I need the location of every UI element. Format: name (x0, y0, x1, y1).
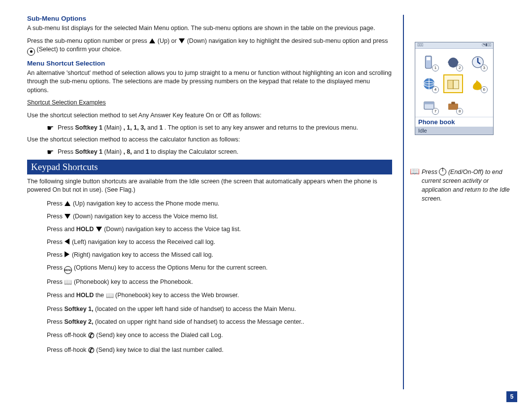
text: (located on the upper left hand side of … (95, 306, 296, 312)
left-arrow-icon (65, 239, 69, 244)
pointing-hand-icon: ☛ (47, 124, 58, 133)
note-book-icon: 📖 (410, 168, 420, 204)
phone-softkey-bar: Idle (415, 127, 493, 135)
text: 1 (159, 124, 163, 131)
badge: 4 (432, 86, 439, 93)
text: Idle (418, 128, 427, 134)
phone-screenshot: ▯▯▯◔▮▯▯ 1 2 3 (415, 42, 494, 135)
side-note: 📖 Press (End/On-Off) to end current scre… (410, 168, 517, 204)
text: (Down) navigation key to access the Voic… (73, 213, 218, 220)
text: Press (47, 278, 64, 285)
text: Press and (47, 292, 76, 299)
text: (Main) (104, 148, 122, 155)
text: Press the sub-menu option number or pres… (27, 37, 149, 44)
section-band-keypad: Keypad Shortcuts (27, 160, 392, 174)
text: , 1, 1, 3, (123, 124, 145, 131)
text: Press (47, 306, 64, 312)
text: (Down) navigation key to highlight the d… (187, 37, 388, 44)
text: Press Softkey 1 (Main) , 1, 1, 3, and 1 … (58, 124, 392, 133)
text: 1 (146, 148, 149, 155)
right-arrow-icon (65, 251, 69, 257)
svg-rect-7 (424, 102, 434, 104)
text: Softkey 1 (75, 124, 102, 131)
keypad-intro: The following single button shortcuts ar… (27, 177, 392, 195)
text: , 8, (123, 148, 132, 155)
text: Press (47, 318, 64, 325)
phone-menu-item: 7 (419, 96, 439, 115)
badge: 1 (432, 65, 439, 71)
svg-rect-1 (427, 57, 431, 60)
text: Press (End/On-Off) to end current screen… (422, 168, 517, 204)
text: (Left) navigation key to access the Rece… (72, 239, 215, 245)
text: Softkey 1 (75, 148, 102, 155)
phone-selection-label: Phone book (415, 117, 493, 127)
phone-menu-item: 6 (468, 74, 488, 93)
phone-menu-item: 8 (443, 96, 463, 115)
badge: 2 (456, 65, 463, 71)
heading-shortcut: Menu Shortcut Selection (27, 60, 392, 67)
phone-status-bar: ▯▯▯◔▮▯▯ (415, 42, 493, 49)
shortcut-p1: An alternative 'shortcut' method of sele… (27, 69, 392, 95)
text: Press (47, 264, 64, 271)
kp-line: Press (Down) navigation key to access th… (47, 211, 392, 221)
keypad-list: Press (Up) navigation key to access the … (27, 199, 392, 357)
text: HOLD (76, 226, 94, 233)
text: Softkey 2, (64, 318, 93, 325)
up-arrow-icon (65, 201, 70, 206)
send-key-icon (88, 346, 95, 353)
kp-line: Press Softkey 1, (located on the upper l… (47, 304, 392, 314)
badge: 7 (432, 108, 439, 115)
text: (Phonebook) key to access the Web browse… (115, 292, 239, 299)
kp-line: Press (Phonebook) key to access the Phon… (47, 277, 392, 288)
badge: 3 (481, 65, 488, 71)
pointing-hand-icon: ☛ (47, 148, 58, 157)
text: Press (47, 239, 64, 245)
select-dot-icon (27, 48, 35, 56)
kp-line: Press (Left) navigation key to access th… (47, 237, 392, 247)
example-2: ☛ Press Softkey 1 (Main) , 8, and 1 to d… (47, 148, 392, 157)
menu-icon: MENU (64, 266, 72, 274)
phone-menu-item: 4 (419, 74, 439, 93)
power-icon (439, 168, 446, 175)
text: (Options Menu) key to access the Options… (74, 264, 267, 271)
text: Press (47, 200, 64, 207)
ex-intro1: Use the shortcut selection method to set… (27, 111, 392, 120)
kp-line: Press and HOLD the (Phonebook) key to ac… (47, 290, 392, 301)
kp-line: Press (Up) navigation key to access the … (47, 199, 392, 208)
text: and (133, 148, 145, 155)
kp-line: Press MENU (Options Menu) key to access … (47, 263, 392, 274)
phone-menu-item: 1 (419, 53, 439, 71)
main-column: Sub-Menu Options A sub-menu list display… (27, 15, 392, 389)
text: Press (58, 148, 75, 155)
text: (located on upper right hand side of han… (95, 318, 304, 325)
badge: 8 (456, 108, 463, 115)
phonebook-icon (64, 278, 72, 285)
heading-submenu: Sub-Menu Options (27, 15, 392, 22)
text: (Main) (104, 124, 122, 131)
badge: 6 (481, 86, 488, 93)
text: (Send) key once to access the Dialed cal… (96, 332, 223, 339)
text: Press Softkey 1 (Main) , 8, and 1 to dis… (58, 148, 392, 157)
text: HOLD (76, 292, 94, 299)
kp-line: Press off-hook (Send) key once to access… (47, 330, 392, 342)
page-number: 5 (506, 391, 517, 402)
text: (Up) navigation key to access the Phone … (73, 200, 219, 207)
text: Press off-hook (47, 346, 88, 353)
down-arrow-icon (179, 38, 185, 43)
side-column: ▯▯▯◔▮▯▯ 1 2 3 (403, 15, 517, 389)
text: to display the Calculator screen. (151, 148, 238, 155)
phone-menu-item: 3 (468, 53, 488, 71)
send-key-icon (88, 332, 95, 339)
kp-line: Press and HOLD (Down) navigation key to … (47, 224, 392, 234)
kp-line: Press off-hook (Send) key twice to dial … (47, 344, 392, 356)
down-arrow-icon (65, 214, 70, 219)
text: . The option is set to any key answer an… (165, 124, 358, 131)
text: Press (58, 124, 75, 131)
kp-line: Press (Right) navigation key to access t… (47, 250, 392, 260)
heading-examples: Shortcut Selection Examples (27, 99, 106, 106)
ex-intro2: Use the shortcut selection method to acc… (27, 136, 392, 144)
text: Press (47, 251, 64, 258)
down-arrow-icon (96, 227, 102, 232)
text: Press and (47, 226, 76, 233)
text: (Select) to confirm your choice. (36, 46, 121, 53)
